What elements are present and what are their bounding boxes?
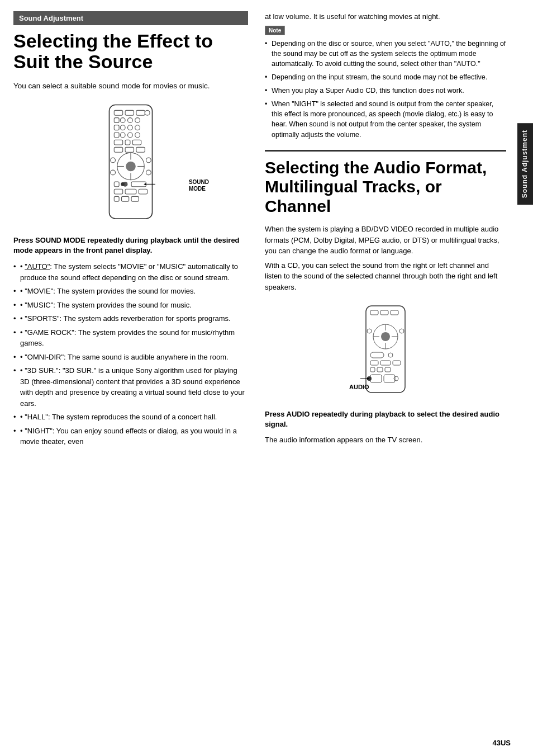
svg-point-12 [135, 125, 140, 130]
list-item: • "GAME ROCK": The system provides the s… [13, 327, 248, 349]
svg-rect-64 [385, 367, 391, 372]
svg-rect-1 [114, 110, 122, 115]
svg-point-7 [128, 118, 133, 123]
svg-rect-46 [370, 310, 378, 315]
svg-point-29 [111, 158, 116, 163]
svg-point-68 [394, 376, 398, 381]
left-column: Sound Adjustment Selecting the Effect to… [13, 11, 248, 745]
section2-para2: With a CD, you can select the sound from… [265, 260, 506, 293]
note-item: Depending on the disc or source, when yo… [265, 39, 506, 69]
svg-rect-17 [114, 140, 122, 145]
svg-rect-38 [125, 189, 136, 194]
section2-text: When the system is playing a BD/DVD VIDE… [265, 224, 506, 292]
bullet-list: • "AUTO": The system selects "MOVIE" or … [13, 261, 248, 447]
note-item: Depending on the input stream, the sound… [265, 72, 506, 82]
svg-point-11 [128, 125, 133, 130]
svg-point-32 [146, 170, 151, 175]
svg-rect-2 [125, 110, 134, 115]
svg-rect-62 [370, 367, 375, 372]
svg-point-24 [126, 162, 136, 172]
intro-text: You can select a suitable sound mode for… [13, 81, 248, 92]
side-tab-label: Sound Adjustment [517, 123, 533, 205]
svg-rect-13 [114, 133, 119, 138]
note-badge: Note [265, 26, 285, 35]
list-item: • "HALL": The system reproduces the soun… [13, 412, 248, 423]
svg-point-15 [128, 133, 133, 138]
svg-point-4 [145, 110, 150, 115]
list-item: • "SPORTS": The system adds reverberatio… [13, 313, 248, 324]
section2-title: Selecting the Audio Format, Multilingual… [265, 158, 506, 216]
list-item: • "NIGHT": You can enjoy sound effects o… [13, 426, 248, 447]
svg-rect-5 [114, 118, 119, 123]
svg-rect-22 [136, 147, 145, 152]
svg-rect-9 [114, 125, 119, 130]
svg-point-31 [111, 170, 116, 175]
svg-point-6 [120, 118, 125, 123]
main-title: Selecting the Effect to Suit the Source [13, 31, 248, 73]
svg-rect-65 [370, 375, 382, 382]
section-divider [265, 150, 506, 152]
list-item: • "MOVIE": The system provides the sound… [13, 286, 248, 297]
svg-rect-59 [370, 361, 378, 365]
svg-point-55 [367, 329, 372, 333]
svg-point-8 [135, 118, 140, 123]
page-number: 43US [492, 739, 511, 747]
svg-rect-3 [136, 110, 145, 115]
press-instruction: Press SOUND MODE repeatedly during playb… [13, 235, 248, 256]
svg-rect-60 [380, 361, 391, 365]
night-continuation: at low volume. It is useful for watching… [265, 11, 506, 22]
list-item: • "3D SUR.": "3D SUR." is a unique Sony … [13, 365, 248, 409]
svg-point-56 [399, 329, 404, 333]
note-item: When you play a Super Audio CD, this fun… [265, 86, 506, 96]
svg-rect-21 [125, 147, 134, 152]
list-item: • "OMNI-DIR": The same sound is audible … [13, 352, 248, 363]
list-item: • "MUSIC": The system provides the sound… [13, 300, 248, 311]
svg-point-36 [121, 182, 125, 186]
svg-rect-18 [125, 140, 130, 145]
press-audio-instruction: Press AUDIO repeatedly during playback t… [265, 409, 506, 429]
section-header: Sound Adjustment [13, 11, 248, 25]
right-column: at low volume. It is useful for watching… [259, 11, 506, 745]
svg-point-10 [120, 125, 125, 130]
svg-rect-37 [114, 189, 122, 194]
svg-rect-40 [114, 196, 119, 201]
list-item: • "AUTO": The system selects "MOVIE" or … [13, 261, 248, 283]
audio-info-text: The audio information appears on the TV … [265, 434, 506, 446]
svg-point-50 [381, 332, 390, 341]
svg-rect-41 [122, 196, 129, 201]
section2-para1: When the system is playing a BD/DVD VIDE… [265, 224, 506, 257]
audio-remote-illustration: AUDIO [265, 300, 506, 403]
svg-rect-63 [377, 367, 383, 372]
svg-rect-39 [139, 189, 147, 194]
sound-mode-label: SOUND MODE [189, 179, 209, 192]
svg-rect-61 [393, 361, 401, 365]
audio-label: AUDIO [349, 384, 369, 390]
svg-rect-20 [114, 147, 122, 152]
svg-rect-33 [114, 182, 119, 187]
svg-point-58 [388, 353, 393, 357]
svg-rect-66 [384, 375, 395, 382]
svg-rect-48 [391, 310, 398, 315]
svg-point-16 [135, 133, 140, 138]
svg-rect-42 [131, 196, 139, 201]
remote-illustration: SOUND MODE [13, 102, 248, 226]
svg-point-14 [120, 133, 125, 138]
note-item: When "NIGHT" is selected and sound is ou… [265, 99, 506, 140]
svg-marker-44 [144, 183, 146, 185]
svg-rect-47 [380, 310, 388, 315]
note-list: Depending on the disc or source, when yo… [265, 39, 506, 140]
svg-point-30 [146, 158, 151, 163]
svg-rect-19 [132, 140, 141, 145]
svg-rect-57 [370, 352, 384, 358]
right-top-section: at low volume. It is useful for watching… [265, 11, 506, 140]
